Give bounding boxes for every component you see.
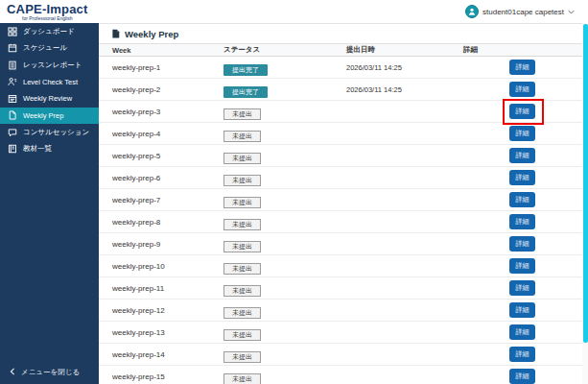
detail-button[interactable]: 詳細	[509, 324, 535, 340]
sidebar: ダッシュボードスケジュールレッスンレポートLevel Check TestWee…	[0, 23, 99, 384]
week-cell: weekly-prep-11	[112, 284, 223, 293]
detail-cell: 詳細	[463, 233, 588, 254]
weekly-prep-icon	[8, 110, 17, 120]
table-row: weekly-prep-1提出完了2026/03/11 14:25詳細	[99, 57, 588, 79]
table-body: weekly-prep-1提出完了2026/03/11 14:25詳細weekl…	[99, 57, 588, 384]
status-cell: 未提出	[223, 301, 346, 319]
column-header-datetime: 提出日時	[346, 45, 463, 55]
main-panel: Weekly Prep Week ステータス 提出日時 詳細 weekly-pr…	[99, 23, 588, 384]
detail-button[interactable]: 詳細	[509, 192, 535, 207]
status-badge: 未提出	[223, 307, 261, 319]
detail-cell: 詳細	[463, 277, 588, 299]
detail-button[interactable]: 詳細	[509, 60, 535, 75]
week-cell: weekly-prep-8	[112, 218, 223, 227]
detail-button[interactable]: 詳細	[509, 148, 535, 163]
sidebar-item-label: 教材一覧	[23, 144, 52, 154]
detail-cell: 詳細	[463, 255, 588, 276]
week-cell: weekly-prep-15	[112, 372, 223, 381]
sidebar-item-weekly-prep[interactable]: Weekly Prep	[0, 108, 99, 125]
status-badge: 未提出	[223, 329, 261, 341]
sidebar-item-level-check-test[interactable]: Level Check Test	[0, 74, 99, 91]
table-row: weekly-prep-13未提出詳細	[99, 322, 588, 344]
page-title: Weekly Prep	[125, 29, 178, 39]
detail-cell: 詳細	[463, 145, 588, 166]
datetime-cell: 2026/03/11 14:25	[346, 63, 463, 72]
table-row: weekly-prep-14未提出詳細	[99, 344, 588, 366]
week-cell: weekly-prep-12	[112, 306, 223, 315]
sidebar-item-label: Weekly Review	[23, 94, 72, 103]
detail-cell: 詳細	[463, 167, 588, 188]
week-cell: weekly-prep-5	[112, 152, 223, 160]
scrollbar-thumb[interactable]	[583, 24, 588, 343]
detail-cell: 詳細	[463, 57, 588, 78]
week-cell: weekly-prep-10	[112, 262, 223, 271]
detail-button[interactable]: 詳細	[509, 369, 535, 384]
status-badge: 未提出	[223, 131, 261, 142]
status-cell: 未提出	[223, 213, 346, 230]
status-cell: 未提出	[223, 346, 346, 363]
chevron-down-icon	[568, 10, 575, 14]
sidebar-item-label: コンサルセッション	[23, 128, 89, 137]
sidebar-item-materials[interactable]: 教材一覧	[0, 141, 99, 158]
detail-cell: 詳細	[463, 123, 588, 144]
table-row: weekly-prep-8未提出詳細	[99, 211, 588, 233]
sidebar-item-label: スケジュール	[23, 43, 67, 53]
status-cell: 未提出	[223, 324, 346, 341]
collapse-menu-button[interactable]: メニューを閉じる	[10, 368, 80, 377]
sidebar-item-lesson-report[interactable]: レッスンレポート	[0, 57, 99, 74]
sidebar-item-label: レッスンレポート	[23, 60, 82, 70]
week-cell: weekly-prep-13	[112, 328, 223, 337]
table-row: weekly-prep-12未提出詳細	[99, 300, 588, 322]
app-logo: CAPE-Impact for Professional English	[0, 3, 88, 21]
week-cell: weekly-prep-3	[112, 108, 223, 116]
table-row: weekly-prep-7未提出詳細	[99, 189, 588, 211]
table-row: weekly-prep-9未提出詳細	[99, 233, 588, 255]
status-cell: 未提出	[223, 125, 346, 142]
chevron-left-icon	[10, 368, 15, 377]
table-row: weekly-prep-5未提出詳細	[99, 145, 588, 167]
detail-button[interactable]: 詳細	[509, 126, 535, 141]
detail-cell: 詳細	[463, 101, 588, 122]
detail-button[interactable]: 詳細	[509, 214, 535, 229]
status-cell: 未提出	[223, 191, 346, 208]
user-name: student01cape capetest	[482, 8, 564, 16]
status-badge: 未提出	[223, 241, 261, 252]
dashboard-icon	[8, 27, 17, 36]
datetime-cell: 2026/03/11 14:25	[346, 85, 463, 94]
detail-button[interactable]: 詳細	[509, 104, 535, 119]
detail-button[interactable]: 詳細	[509, 236, 535, 252]
user-menu[interactable]: student01cape capetest	[465, 5, 588, 18]
lesson-report-icon	[8, 60, 17, 70]
table-row: weekly-prep-6未提出詳細	[99, 167, 588, 189]
detail-button[interactable]: 詳細	[509, 347, 535, 362]
detail-cell: 詳細	[463, 300, 588, 321]
sidebar-item-label: Level Check Test	[23, 78, 78, 86]
detail-cell: 詳細	[463, 211, 588, 232]
sidebar-nav: ダッシュボードスケジュールレッスンレポートLevel Check TestWee…	[0, 23, 99, 157]
sidebar-item-schedule[interactable]: スケジュール	[0, 40, 99, 58]
status-badge: 未提出	[223, 373, 261, 384]
status-cell: 未提出	[223, 235, 346, 252]
detail-button[interactable]: 詳細	[509, 302, 535, 318]
status-badge: 未提出	[223, 285, 261, 297]
detail-cell: 詳細	[463, 189, 588, 210]
week-cell: weekly-prep-14	[112, 350, 223, 359]
detail-button[interactable]: 詳細	[509, 280, 535, 296]
sidebar-item-consult-session[interactable]: コンサルセッション	[0, 124, 99, 141]
detail-button[interactable]: 詳細	[509, 170, 535, 185]
detail-button[interactable]: 詳細	[509, 258, 535, 274]
consult-session-icon	[8, 128, 17, 137]
week-cell: weekly-prep-4	[112, 130, 223, 138]
column-header-week: Week	[112, 46, 223, 55]
sidebar-item-dashboard[interactable]: ダッシュボード	[0, 23, 99, 40]
table-header-row: Week ステータス 提出日時 詳細	[99, 44, 588, 57]
sidebar-item-weekly-review[interactable]: Weekly Review	[0, 90, 99, 108]
materials-icon	[8, 144, 17, 154]
week-cell: weekly-prep-7	[112, 196, 223, 204]
detail-cell: 詳細	[463, 322, 588, 343]
scrollbar-track[interactable]	[582, 23, 588, 384]
collapse-menu-label: メニューを閉じる	[21, 368, 80, 377]
status-badge: 未提出	[223, 197, 261, 208]
status-badge: 提出完了	[223, 64, 268, 76]
detail-button[interactable]: 詳細	[509, 82, 535, 97]
